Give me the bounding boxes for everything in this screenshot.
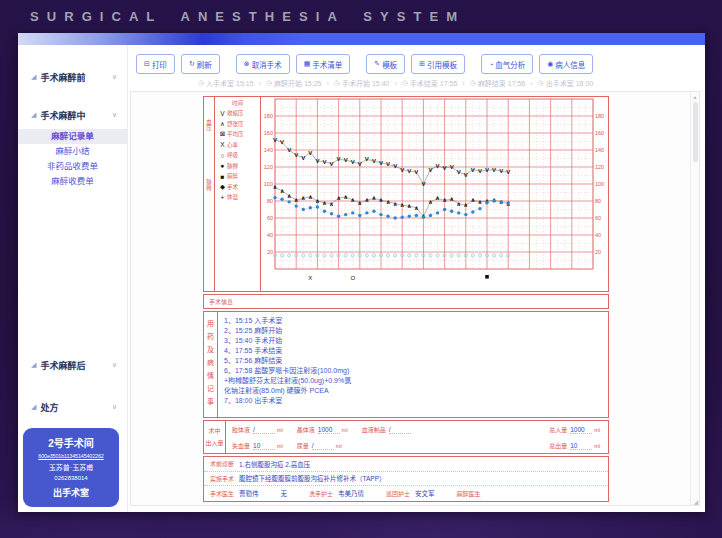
io-field-value[interactable]: /	[253, 426, 275, 434]
info-row: 手术医生曹勤伟无洗手护士韦美乃倩巡回护士安文军麻醉医生	[204, 486, 608, 501]
info-value: 腹腔镜下经腹腹膜前腹股沟疝补片修补术（TAPP）	[239, 473, 386, 483]
timeline-step: ◷麻醉结束 17:56	[470, 78, 526, 88]
legend-symbol: V	[218, 110, 227, 117]
svg-text:180: 180	[264, 113, 273, 119]
sidebar-item-prescription[interactable]: ◢处方∨	[18, 399, 127, 415]
refresh-button[interactable]: ↻刷新	[181, 54, 220, 74]
io-field-value[interactable]: /	[312, 442, 334, 450]
template-button[interactable]: ✎模板	[366, 54, 405, 74]
info-label: 手术医生	[210, 489, 234, 498]
svg-text:V: V	[337, 156, 341, 162]
svg-text:∧: ∧	[294, 197, 299, 203]
print-button[interactable]: ⊟打印	[136, 54, 175, 74]
scroll-up-arrow[interactable]: ▴	[691, 93, 699, 100]
info-value: 安文军	[415, 488, 435, 498]
legend-symbol: ■	[218, 173, 227, 180]
io-total-unit: ml	[594, 427, 600, 433]
io-field-unit: ml	[342, 427, 348, 433]
info-label: 巡回护士	[386, 489, 410, 498]
svg-text:∧: ∧	[393, 201, 398, 207]
cancel-surgery-button[interactable]: ⊗取消手术	[236, 54, 290, 74]
remarks-label-char: 及	[204, 343, 217, 356]
svg-text:V: V	[485, 167, 489, 173]
patient-info-button[interactable]: ◉病人信息	[539, 54, 593, 74]
section-triangle-icon: ◢	[31, 73, 36, 81]
sidebar-item-anesthesia-charge[interactable]: 麻醉收费单	[18, 174, 127, 189]
medication-remarks-box: 用药及病情记事 1、15:15 入手术室2、15:25 麻醉开始3、15:40 …	[203, 311, 609, 418]
svg-text:∧: ∧	[456, 201, 461, 207]
section-triangle-icon: ◢	[31, 361, 36, 369]
legend-label: 平均压	[227, 130, 244, 138]
info-value: 无	[281, 488, 288, 498]
record-id-link[interactable]: 600e3501b11345145402262	[25, 453, 117, 459]
legend-item: +体温	[215, 192, 260, 203]
sidebar-item-non-drug-charge[interactable]: 非药品收费单	[18, 159, 127, 174]
desktop-background: SURGICAL ANESTHESIA SYSTEM ◢手术麻醉前∨◢手术麻醉中…	[0, 0, 722, 538]
blood-gas-button[interactable]: ◔血气分析	[481, 54, 533, 74]
cancel-surgery-icon: ⊗	[244, 60, 250, 68]
record-panel: 血压脉搏 时间 V收缩压∧舒张压⊠平均压X心率○呼吸●脉搏■麻醉◆手术+体温 2…	[130, 91, 700, 506]
legend-label: 呼吸	[227, 151, 238, 159]
scrollbar-thumb[interactable]	[693, 102, 698, 162]
io-total-value: 10	[570, 442, 592, 450]
sidebar-item-pre-anesthesia[interactable]: ◢手术麻醉前∨	[18, 69, 127, 85]
sidebar-item-anesthesia-record[interactable]: 麻醉记录单	[18, 129, 127, 144]
timeline-separator: ›	[259, 80, 261, 87]
apply-template-button[interactable]: ⊞引用模板	[411, 54, 465, 74]
submenu-intra-anesthesia: 麻醉记录单麻醉小结非药品收费单麻醉收费单	[18, 129, 127, 189]
remark-line: 5、17:56 麻醉结束	[224, 356, 602, 366]
surgery-list-button[interactable]: ▦手术清单	[296, 54, 351, 74]
svg-text:V: V	[280, 139, 284, 145]
io-field-unit: ml	[336, 443, 342, 449]
timeline-step: ◷手术结束 17:55	[402, 78, 458, 88]
svg-text:120: 120	[264, 164, 273, 170]
io-field-value[interactable]: 10	[253, 442, 275, 450]
svg-text:∧: ∧	[407, 203, 412, 209]
svg-text:80: 80	[267, 198, 273, 204]
io-field-value[interactable]: /	[389, 426, 411, 434]
clock-icon: ◷	[198, 79, 204, 87]
vertical-scrollbar[interactable]: ▴	[690, 92, 699, 505]
svg-text:∧: ∧	[315, 198, 320, 204]
svg-text:∧: ∧	[470, 197, 475, 203]
surgery-timeline: ◷入手术室 15:15›◷麻醉开始 15:25›◷手术开始 15:40›◷手术结…	[198, 77, 705, 89]
sidebar-item-anesthesia-summary[interactable]: 麻醉小结	[18, 144, 127, 159]
svg-text:∧: ∧	[371, 195, 376, 201]
fluid-io-table: 术中出入量 胶体液/ml晶体液1000ml血液制品/总入量1000ml失血量10…	[203, 420, 609, 454]
sidebar-item-intra-anesthesia[interactable]: ◢手术麻醉中∨	[18, 107, 127, 123]
svg-text:V: V	[322, 159, 326, 165]
surgery-list-icon: ▦	[304, 60, 311, 68]
svg-text:X: X	[308, 275, 312, 281]
svg-text:40: 40	[595, 232, 601, 238]
remarks-label-char: 病	[204, 356, 217, 369]
legend-symbol: ○	[218, 152, 227, 159]
legend-symbol: ∧	[218, 120, 227, 128]
svg-text:120: 120	[595, 164, 604, 170]
sidebar-item-post-anesthesia[interactable]: ◢手术麻醉后∨	[18, 357, 127, 373]
surgery-info-label: 手术信息	[204, 297, 233, 306]
svg-text:V: V	[393, 163, 397, 169]
svg-text:∧: ∧	[414, 205, 419, 211]
svg-text:V: V	[301, 155, 305, 161]
refresh-icon: ↻	[189, 60, 195, 68]
leave-or-button[interactable]: 出手术室	[25, 486, 117, 499]
svg-text:160: 160	[595, 130, 604, 136]
io-vertical-label: 术中出入量	[204, 421, 226, 453]
button-label: 取消手术	[252, 59, 282, 70]
io-field-label: 晶体液	[297, 425, 315, 434]
remark-line: 7、18:00 出手术室	[224, 396, 602, 406]
patient-number: 0262838014	[25, 475, 117, 481]
clock-icon: ◷	[266, 79, 272, 87]
section-triangle-icon: ◢	[31, 111, 36, 119]
legend-label: 麻醉	[227, 172, 238, 180]
svg-text:V: V	[400, 167, 404, 173]
svg-text:∧: ∧	[463, 202, 468, 208]
axis-strip-label: 脉搏	[205, 179, 213, 192]
svg-text:∧: ∧	[400, 202, 405, 208]
remarks-label-char: 事	[204, 395, 217, 408]
io-field-value[interactable]: 1000	[318, 426, 340, 434]
app-window: ◢手术麻醉前∨◢手术麻醉中∨麻醉记录单麻醉小结非药品收费单麻醉收费单◢手术麻醉后…	[18, 33, 705, 512]
svg-text:∧: ∧	[379, 197, 384, 203]
legend-item: ⊠平均压	[215, 129, 260, 140]
vitals-chart-block: 血压脉搏 时间 V收缩压∧舒张压⊠平均压X心率○呼吸●脉搏■麻醉◆手术+体温 2…	[203, 96, 609, 292]
